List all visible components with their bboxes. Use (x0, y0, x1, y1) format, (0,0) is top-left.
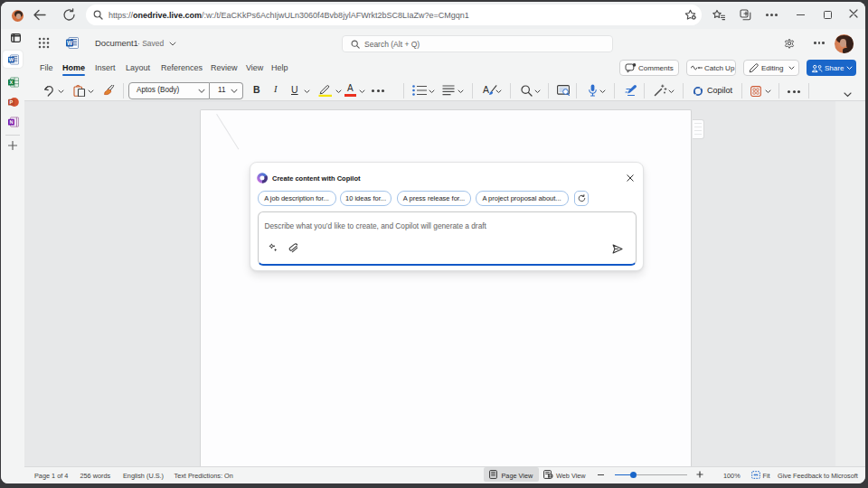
svg-text:X: X (9, 80, 13, 85)
svg-text:W: W (8, 57, 14, 62)
svg-text:P: P (9, 99, 13, 105)
svg-text:W: W (67, 40, 73, 46)
svg-text:N: N (9, 119, 13, 125)
